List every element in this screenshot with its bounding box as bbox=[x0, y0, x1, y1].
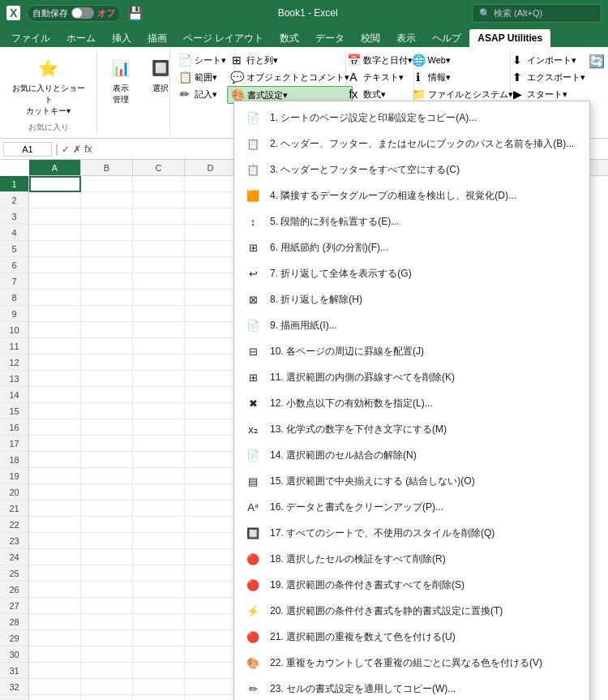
row-num-29[interactable]: 29 bbox=[0, 630, 28, 646]
fill-btn[interactable]: ✏ 記入▾ bbox=[175, 86, 229, 102]
cell-15-2[interactable] bbox=[133, 403, 185, 419]
cell-12-3[interactable] bbox=[185, 354, 237, 371]
cell-2-1[interactable] bbox=[81, 192, 133, 208]
cell-15-0[interactable] bbox=[29, 403, 81, 419]
row-num-12[interactable]: 12 bbox=[0, 354, 28, 371]
cell-2-3[interactable] bbox=[185, 192, 237, 208]
cell-28-2[interactable] bbox=[133, 614, 185, 630]
cell-13-2[interactable] bbox=[133, 371, 185, 387]
cell-16-3[interactable] bbox=[185, 419, 237, 436]
menu-item-9[interactable]: 📄9. 描画用紙(I)... bbox=[234, 312, 589, 338]
cell-13-3[interactable] bbox=[185, 371, 237, 387]
cell-21-1[interactable] bbox=[81, 500, 133, 517]
cell-29-0[interactable] bbox=[29, 630, 81, 646]
cell-26-0[interactable] bbox=[29, 582, 81, 598]
cell-12-2[interactable] bbox=[133, 354, 185, 371]
cell-8-0[interactable] bbox=[29, 290, 81, 306]
cell-5-3[interactable] bbox=[185, 241, 237, 257]
row-num-32[interactable]: 32 bbox=[0, 679, 28, 695]
cell-25-3[interactable] bbox=[185, 565, 237, 582]
menu-item-10[interactable]: ⊟10. 各ページの周辺に罫線を配置(J) bbox=[234, 338, 589, 364]
cell-14-1[interactable] bbox=[81, 387, 133, 403]
cell-21-0[interactable] bbox=[29, 500, 81, 517]
cell-4-1[interactable] bbox=[81, 225, 133, 241]
cell-30-0[interactable] bbox=[29, 646, 81, 663]
cell-10-0[interactable] bbox=[29, 322, 81, 338]
tab-draw[interactable]: 描画 bbox=[139, 29, 175, 47]
cell-28-1[interactable] bbox=[81, 614, 133, 630]
cell-1-2[interactable] bbox=[133, 176, 185, 192]
save-icon[interactable]: 💾 bbox=[127, 6, 143, 21]
cell-23-3[interactable] bbox=[185, 533, 237, 549]
cell-31-3[interactable] bbox=[185, 663, 237, 679]
cell-25-2[interactable] bbox=[133, 565, 185, 582]
cell-7-3[interactable] bbox=[185, 273, 237, 290]
cell-32-0[interactable] bbox=[29, 679, 81, 695]
cell-32-2[interactable] bbox=[133, 679, 185, 695]
cell-reference-input[interactable] bbox=[3, 142, 52, 157]
row-num-24[interactable]: 24 bbox=[0, 549, 28, 565]
cell-15-1[interactable] bbox=[81, 403, 133, 419]
cell-16-2[interactable] bbox=[133, 419, 185, 436]
cell-2-0[interactable] bbox=[29, 192, 81, 208]
cell-8-1[interactable] bbox=[81, 290, 133, 306]
cell-22-1[interactable] bbox=[81, 517, 133, 533]
tab-page-layout[interactable]: ページ レイアウト bbox=[175, 29, 272, 47]
cell-24-3[interactable] bbox=[185, 549, 237, 565]
cell-2-2[interactable] bbox=[133, 192, 185, 208]
cell-10-2[interactable] bbox=[133, 322, 185, 338]
row-num-6[interactable]: 6 bbox=[0, 257, 28, 273]
cell-19-2[interactable] bbox=[133, 468, 185, 484]
menu-item-13[interactable]: x₂13. 化学式の数字を下付き文字にする(M) bbox=[234, 416, 589, 442]
cell-8-3[interactable] bbox=[185, 290, 237, 306]
web-btn[interactable]: 🌐 Web▾ bbox=[409, 52, 516, 68]
tab-home[interactable]: ホーム bbox=[58, 29, 104, 47]
menu-item-8[interactable]: ⊠8. 折り返しを解除(H) bbox=[234, 286, 589, 312]
menu-item-15[interactable]: ▤15. 選択範囲で中央揃えにする (結合しない)(O) bbox=[234, 468, 589, 494]
cell-9-2[interactable] bbox=[133, 306, 185, 322]
menu-item-17[interactable]: 🔲17. すべてのシートで、不使用のスタイルを削除(Q) bbox=[234, 520, 589, 546]
cell-20-3[interactable] bbox=[185, 484, 237, 500]
tab-view[interactable]: 表示 bbox=[388, 29, 424, 47]
menu-item-6[interactable]: ⊞6. 用紙節約 (列の分割)(F)... bbox=[234, 234, 589, 260]
cell-18-1[interactable] bbox=[81, 452, 133, 468]
cell-14-2[interactable] bbox=[133, 387, 185, 403]
cell-33-0[interactable] bbox=[29, 695, 81, 700]
cell-17-3[interactable] bbox=[185, 436, 237, 452]
cell-32-1[interactable] bbox=[81, 679, 133, 695]
cell-27-3[interactable] bbox=[185, 598, 237, 614]
menu-item-12[interactable]: ✖12. 小数点以下の有効桁数を指定(L)... bbox=[234, 390, 589, 416]
row-num-20[interactable]: 20 bbox=[0, 484, 28, 500]
cell-14-0[interactable] bbox=[29, 387, 81, 403]
col-header-d[interactable]: D bbox=[185, 160, 237, 175]
menu-item-2[interactable]: 📋2. ヘッダー、フッター、またはセルにブックのパスと名前を挿入(B)... bbox=[234, 131, 589, 157]
menu-item-14[interactable]: 📄14. 選択範囲のセル結合の解除(N) bbox=[234, 442, 589, 468]
cell-29-3[interactable] bbox=[185, 630, 237, 646]
cell-18-2[interactable] bbox=[133, 452, 185, 468]
cell-29-2[interactable] bbox=[133, 630, 185, 646]
menu-item-19[interactable]: 🔴19. 選択範囲の条件付き書式すべてを削除(S) bbox=[234, 572, 589, 598]
menu-item-11[interactable]: ⊞11. 選択範囲の内側の罫線すべてを削除(K) bbox=[234, 364, 589, 390]
cell-5-1[interactable] bbox=[81, 241, 133, 257]
numbers-date-btn[interactable]: 📅 数字と日付▾ bbox=[344, 52, 416, 68]
text-btn[interactable]: A テキスト▾ bbox=[344, 69, 416, 85]
cell-3-0[interactable] bbox=[29, 208, 81, 225]
cell-5-2[interactable] bbox=[133, 241, 185, 257]
export-btn[interactable]: ⬆ エクスポート▾ bbox=[507, 69, 589, 85]
row-num-3[interactable]: 3 bbox=[0, 208, 28, 225]
display-btn[interactable]: 📊 表示管理 bbox=[102, 52, 139, 109]
cell-31-0[interactable] bbox=[29, 663, 81, 679]
row-num-26[interactable]: 26 bbox=[0, 582, 28, 598]
tab-help[interactable]: ヘルプ bbox=[424, 29, 469, 47]
cell-9-1[interactable] bbox=[81, 306, 133, 322]
cell-20-0[interactable] bbox=[29, 484, 81, 500]
cell-30-3[interactable] bbox=[185, 646, 237, 663]
cell-32-3[interactable] bbox=[185, 679, 237, 695]
cell-20-1[interactable] bbox=[81, 484, 133, 500]
cell-14-3[interactable] bbox=[185, 387, 237, 403]
cell-13-0[interactable] bbox=[29, 371, 81, 387]
cell-21-3[interactable] bbox=[185, 500, 237, 517]
cell-19-3[interactable] bbox=[185, 468, 237, 484]
cell-10-3[interactable] bbox=[185, 322, 237, 338]
row-num-14[interactable]: 14 bbox=[0, 387, 28, 403]
